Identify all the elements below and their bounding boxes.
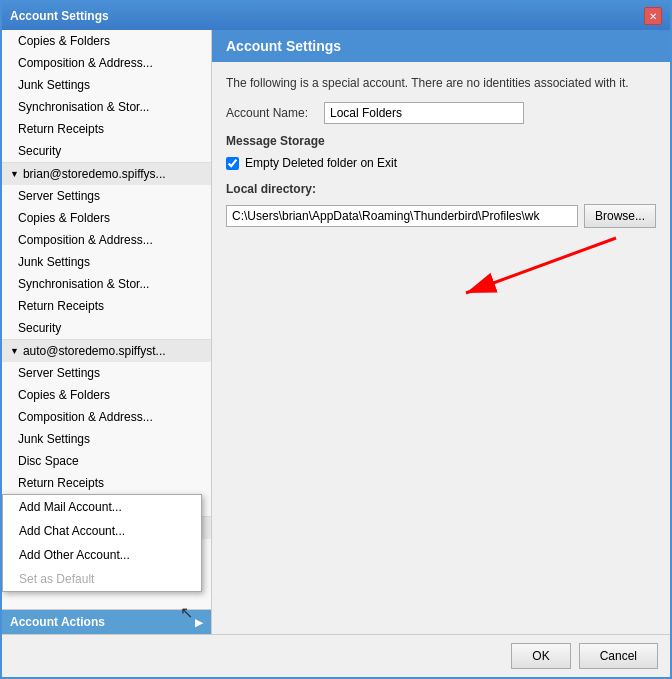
account-actions-label: Account Actions bbox=[10, 615, 105, 629]
sidebar-item-security-1[interactable]: Security bbox=[2, 140, 211, 162]
window-title: Account Settings bbox=[10, 9, 109, 23]
sidebar-item-receipts-2[interactable]: Return Receipts bbox=[2, 295, 211, 317]
close-button[interactable]: ✕ bbox=[644, 7, 662, 25]
red-arrow-svg bbox=[436, 228, 636, 308]
sidebar-item-security-2[interactable]: Security bbox=[2, 317, 211, 339]
browse-button[interactable]: Browse... bbox=[584, 204, 656, 228]
empty-deleted-label: Empty Deleted folder on Exit bbox=[245, 156, 397, 170]
sidebar-bottom: Account Actions ▶ Add Mail Account... Ad… bbox=[2, 609, 211, 634]
sidebar-group-account2[interactable]: ▼ brian@storedemo.spiffys... bbox=[2, 162, 211, 185]
sidebar-item-server-3[interactable]: Server Settings bbox=[2, 362, 211, 384]
dropdown-set-default: Set as Default bbox=[3, 567, 201, 591]
sidebar-item-receipts-3[interactable]: Return Receipts bbox=[2, 472, 211, 494]
ok-button[interactable]: OK bbox=[511, 643, 570, 669]
sidebar-item-copies-2[interactable]: Copies & Folders bbox=[2, 207, 211, 229]
panel-body: The following is a special account. Ther… bbox=[212, 62, 670, 634]
sidebar-item-junk-1[interactable]: Junk Settings bbox=[2, 74, 211, 96]
sidebar-item-copies-3[interactable]: Copies & Folders bbox=[2, 384, 211, 406]
account-name-row: Account Name: bbox=[226, 102, 656, 124]
empty-deleted-checkbox[interactable] bbox=[226, 157, 239, 170]
account-actions-button[interactable]: Account Actions ▶ bbox=[2, 610, 211, 634]
sidebar: Copies & Folders Composition & Address..… bbox=[2, 30, 212, 634]
local-directory-section: Local directory: Browse... bbox=[226, 182, 656, 228]
sidebar-item-composition-3[interactable]: Composition & Address... bbox=[2, 406, 211, 428]
account-name-label: Account Name: bbox=[226, 106, 316, 120]
panel-description: The following is a special account. Ther… bbox=[226, 76, 656, 90]
account2-label: brian@storedemo.spiffys... bbox=[23, 165, 166, 183]
local-directory-label: Local directory: bbox=[226, 182, 656, 196]
message-storage-title: Message Storage bbox=[226, 134, 656, 148]
local-directory-row: Browse... bbox=[226, 204, 656, 228]
dropdown-add-chat[interactable]: Add Chat Account... bbox=[3, 519, 201, 543]
sidebar-item-composition-1[interactable]: Composition & Address... bbox=[2, 52, 211, 74]
account-settings-window: Account Settings ✕ Copies & Folders Comp… bbox=[0, 0, 672, 679]
cancel-button[interactable]: Cancel bbox=[579, 643, 658, 669]
triangle-icon-3: ▼ bbox=[10, 342, 19, 360]
panel-header: Account Settings bbox=[212, 30, 670, 62]
right-panel: Account Settings The following is a spec… bbox=[212, 30, 670, 634]
title-bar: Account Settings ✕ bbox=[2, 2, 670, 30]
sidebar-item-junk-3[interactable]: Junk Settings bbox=[2, 428, 211, 450]
sidebar-item-sync-1[interactable]: Synchronisation & Stor... bbox=[2, 96, 211, 118]
sidebar-item-server-2[interactable]: Server Settings bbox=[2, 185, 211, 207]
sidebar-item-junk-2[interactable]: Junk Settings bbox=[2, 251, 211, 273]
local-directory-input[interactable] bbox=[226, 205, 578, 227]
sidebar-item-disc-3[interactable]: Disc Space bbox=[2, 450, 211, 472]
dropdown-add-mail[interactable]: Add Mail Account... bbox=[3, 495, 201, 519]
svg-line-1 bbox=[466, 238, 616, 293]
empty-deleted-row: Empty Deleted folder on Exit bbox=[226, 156, 656, 170]
sidebar-item-receipts-1[interactable]: Return Receipts bbox=[2, 118, 211, 140]
account3-label: auto@storedemo.spiffyst... bbox=[23, 342, 166, 360]
account-actions-dropdown: Add Mail Account... Add Chat Account... … bbox=[2, 494, 202, 592]
dropdown-add-other[interactable]: Add Other Account... bbox=[3, 543, 201, 567]
sidebar-item-copies-folders-1[interactable]: Copies & Folders bbox=[2, 30, 211, 52]
account-name-input[interactable] bbox=[324, 102, 524, 124]
sidebar-item-sync-2[interactable]: Synchronisation & Stor... bbox=[2, 273, 211, 295]
account-actions-arrow-icon: ▶ bbox=[195, 617, 203, 628]
dialog-footer: OK Cancel bbox=[2, 634, 670, 677]
sidebar-item-composition-2[interactable]: Composition & Address... bbox=[2, 229, 211, 251]
sidebar-group-account3[interactable]: ▼ auto@storedemo.spiffyst... bbox=[2, 339, 211, 362]
triangle-icon-2: ▼ bbox=[10, 165, 19, 183]
main-content: Copies & Folders Composition & Address..… bbox=[2, 30, 670, 634]
